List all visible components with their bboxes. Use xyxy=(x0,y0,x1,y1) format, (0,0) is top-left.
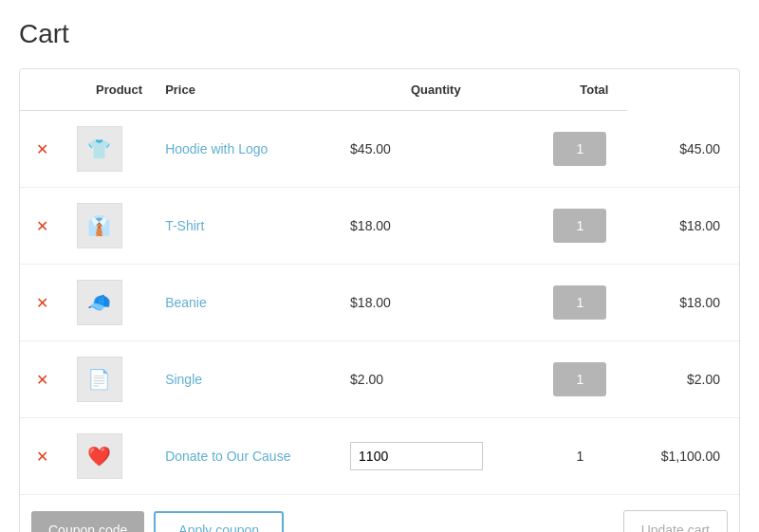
cart-table: Product Price Quantity Total ✕👕Hoodie wi… xyxy=(20,69,739,495)
cart-table-wrapper: Product Price Quantity Total ✕👕Hoodie wi… xyxy=(19,68,740,532)
product-total: $18.00 xyxy=(627,265,739,341)
header-quantity: Quantity xyxy=(339,69,533,111)
product-image: 🧢 xyxy=(65,265,154,341)
product-image: 👕 xyxy=(65,111,154,188)
remove-item-button[interactable]: ✕ xyxy=(20,111,65,188)
table-row: ✕📄Single$2.001$2.00 xyxy=(20,341,739,418)
product-quantity[interactable]: 1 xyxy=(533,265,628,341)
product-quantity[interactable]: 1 xyxy=(533,188,628,265)
product-quantity: 1 xyxy=(533,418,628,495)
product-price: $18.00 xyxy=(339,265,533,341)
product-price: $2.00 xyxy=(339,341,533,418)
table-row: ✕👕Hoodie with Logo$45.001$45.00 xyxy=(20,111,739,188)
product-quantity[interactable]: 1 xyxy=(533,111,628,188)
product-total: $2.00 xyxy=(627,341,739,418)
product-price: $45.00 xyxy=(339,111,533,188)
header-product: Product xyxy=(20,69,154,111)
apply-coupon-button[interactable]: Apply coupon xyxy=(154,511,284,532)
update-cart-button[interactable]: Update cart xyxy=(623,510,728,532)
table-row: ✕❤️Donate to Our Cause1$1,100.00 xyxy=(20,418,739,495)
coupon-code-button[interactable]: Coupon code xyxy=(31,511,144,532)
product-image: 👔 xyxy=(65,188,154,265)
product-total: $1,100.00 xyxy=(627,418,739,495)
product-total: $18.00 xyxy=(627,188,739,265)
remove-item-button[interactable]: ✕ xyxy=(20,418,65,495)
product-image: 📄 xyxy=(65,341,154,418)
product-name[interactable]: T-Shirt xyxy=(154,188,339,265)
cart-actions: Coupon code Apply coupon Update cart xyxy=(20,495,739,532)
coupon-area: Coupon code Apply coupon xyxy=(31,511,284,532)
product-image: ❤️ xyxy=(65,418,154,495)
product-total: $45.00 xyxy=(627,111,739,188)
table-row: ✕🧢Beanie$18.001$18.00 xyxy=(20,265,739,341)
product-name[interactable]: Donate to Our Cause xyxy=(154,418,339,495)
product-name[interactable]: Single xyxy=(154,341,339,418)
product-quantity[interactable]: 1 xyxy=(533,341,628,418)
remove-item-button[interactable]: ✕ xyxy=(20,188,65,265)
product-price xyxy=(339,418,533,495)
product-price: $18.00 xyxy=(339,188,533,265)
header-price: Price xyxy=(154,69,339,111)
product-name[interactable]: Beanie xyxy=(154,265,339,341)
table-row: ✕👔T-Shirt$18.001$18.00 xyxy=(20,188,739,265)
remove-item-button[interactable]: ✕ xyxy=(20,265,65,341)
remove-item-button[interactable]: ✕ xyxy=(20,341,65,418)
product-name[interactable]: Hoodie with Logo xyxy=(154,111,339,188)
price-input[interactable] xyxy=(350,442,483,470)
header-total: Total xyxy=(533,69,628,111)
page-title: Cart xyxy=(19,19,740,49)
